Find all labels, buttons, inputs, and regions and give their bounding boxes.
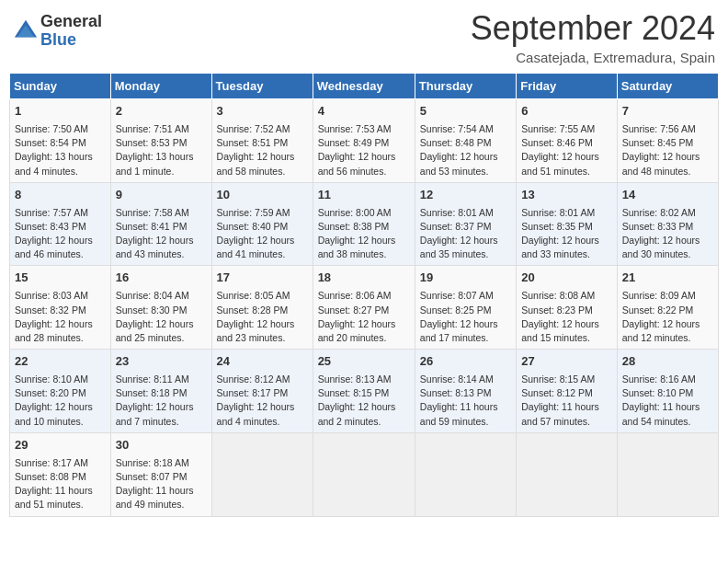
logo-general-text: General [40,13,102,31]
day-content: and 38 minutes. [318,247,410,261]
day-headers-row: SundayMondayTuesdayWednesdayThursdayFrid… [10,74,719,99]
week-row-1: 1Sunrise: 7:50 AMSunset: 8:54 PMDaylight… [10,99,719,183]
day-content: Daylight: 12 hours [622,317,713,331]
day-content: and 17 minutes. [420,331,511,345]
day-content: Sunrise: 8:01 AM [420,206,511,220]
day-content: Sunset: 8:33 PM [622,220,713,234]
day-content: Daylight: 12 hours [217,234,308,247]
day-content: Daylight: 12 hours [521,317,612,331]
day-content: Sunrise: 7:51 AM [116,122,207,136]
day-number: 19 [420,270,511,287]
day-number: 30 [116,437,207,454]
day-content: and 23 minutes. [217,331,308,345]
day-content: and 2 minutes. [318,415,410,429]
day-content: and 1 minute. [116,165,207,178]
day-content: Sunrise: 8:10 AM [15,373,106,386]
day-content: Daylight: 12 hours [622,234,713,247]
day-cell-12: 12Sunrise: 8:01 AMSunset: 8:37 PMDayligh… [415,182,516,266]
day-number: 3 [217,103,308,121]
day-content: Sunset: 8:25 PM [420,304,511,317]
day-content: Daylight: 12 hours [420,317,511,331]
day-number: 20 [521,270,612,287]
day-number: 22 [15,353,106,371]
empty-cell [415,432,516,516]
day-content: Sunset: 8:32 PM [15,304,106,317]
day-content: Daylight: 12 hours [318,400,410,414]
day-content: and 35 minutes. [420,247,511,261]
day-content: and 57 minutes. [521,415,612,429]
day-header-thursday: Thursday [415,74,516,99]
day-content: Daylight: 12 hours [217,400,308,414]
week-row-5: 29Sunrise: 8:17 AMSunset: 8:08 PMDayligh… [10,432,719,516]
day-content: and 46 minutes. [15,247,106,261]
day-content: Sunset: 8:13 PM [420,386,511,400]
day-content: and 54 minutes. [622,415,713,429]
day-content: Sunrise: 7:58 AM [116,206,207,220]
day-number: 21 [622,270,713,287]
day-number: 11 [318,187,410,204]
day-number: 17 [217,270,308,287]
day-content: Daylight: 12 hours [420,234,511,247]
day-cell-22: 22Sunrise: 8:10 AMSunset: 8:20 PMDayligh… [10,350,111,433]
day-number: 6 [521,103,612,121]
day-content: and 49 minutes. [116,498,207,511]
title-block: September 2024 Casatejada, Extremadura, … [471,9,715,65]
day-content: Daylight: 12 hours [116,400,207,414]
day-content: and 41 minutes. [217,247,308,261]
day-content: and 4 minutes. [15,165,106,178]
day-content: and 12 minutes. [622,331,713,345]
day-number: 18 [318,270,410,287]
day-content: Daylight: 12 hours [116,317,207,331]
day-cell-19: 19Sunrise: 8:07 AMSunset: 8:25 PMDayligh… [415,266,516,350]
day-content: Daylight: 12 hours [521,234,612,247]
day-content: Daylight: 12 hours [15,234,106,247]
day-content: and 20 minutes. [318,331,410,345]
day-number: 25 [318,353,410,371]
day-number: 10 [217,187,308,204]
day-content: Sunrise: 7:59 AM [217,206,308,220]
day-content: Daylight: 12 hours [15,317,106,331]
day-content: Sunset: 8:48 PM [420,136,511,150]
day-cell-24: 24Sunrise: 8:12 AMSunset: 8:17 PMDayligh… [211,350,313,433]
day-content: Sunset: 8:43 PM [15,220,106,234]
day-number: 13 [521,187,612,204]
day-content: Sunset: 8:38 PM [318,220,410,234]
day-content: Sunrise: 8:09 AM [622,289,713,303]
day-content: Sunset: 8:51 PM [217,136,308,150]
day-number: 9 [116,187,207,204]
day-number: 29 [15,437,106,454]
day-content: Sunset: 8:35 PM [521,220,612,234]
day-content: and 30 minutes. [622,247,713,261]
day-content: Sunset: 8:54 PM [15,136,106,150]
day-cell-18: 18Sunrise: 8:06 AMSunset: 8:27 PMDayligh… [313,266,415,350]
day-cell-20: 20Sunrise: 8:08 AMSunset: 8:23 PMDayligh… [517,266,618,350]
day-content: Daylight: 11 hours [420,400,511,414]
day-cell-23: 23Sunrise: 8:11 AMSunset: 8:18 PMDayligh… [110,350,211,433]
location: Casatejada, Extremadura, Spain [471,50,715,65]
day-content: Sunrise: 7:54 AM [420,122,511,136]
day-cell-10: 10Sunrise: 7:59 AMSunset: 8:40 PMDayligh… [211,182,313,266]
day-content: Daylight: 12 hours [622,150,713,164]
calendar-header: SundayMondayTuesdayWednesdayThursdayFrid… [10,74,719,99]
day-content: Sunrise: 8:12 AM [217,373,308,386]
day-content: Sunrise: 8:07 AM [420,289,511,303]
day-content: Sunrise: 8:15 AM [521,373,612,386]
logo-blue-text: Blue [40,31,102,50]
month-title: September 2024 [471,9,715,48]
day-content: and 51 minutes. [521,165,612,178]
day-content: Sunrise: 8:17 AM [15,456,106,470]
day-content: Sunset: 8:08 PM [15,470,106,484]
day-content: Daylight: 12 hours [318,234,410,247]
day-content: and 10 minutes. [15,415,106,429]
day-cell-5: 5Sunrise: 7:54 AMSunset: 8:48 PMDaylight… [415,99,516,183]
day-content: and 58 minutes. [217,165,308,178]
day-content: Sunrise: 8:16 AM [622,373,713,386]
day-content: Sunrise: 8:11 AM [116,373,207,386]
empty-cell [617,432,718,516]
day-cell-16: 16Sunrise: 8:04 AMSunset: 8:30 PMDayligh… [110,266,211,350]
day-content: Sunrise: 8:13 AM [318,373,410,386]
day-content: Sunrise: 8:04 AM [116,289,207,303]
day-content: Sunset: 8:22 PM [622,304,713,317]
calendar-body: 1Sunrise: 7:50 AMSunset: 8:54 PMDaylight… [10,99,719,517]
day-content: Sunrise: 7:56 AM [622,122,713,136]
